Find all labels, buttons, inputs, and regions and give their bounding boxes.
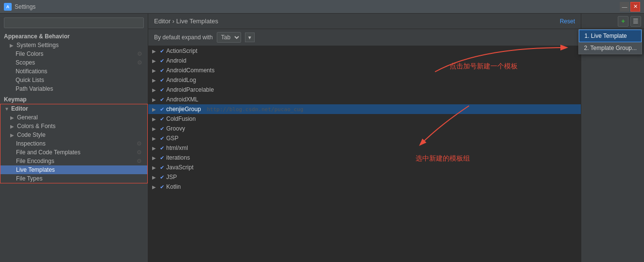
sidebar-item-scopes[interactable]: Scopes ⚙ [0,58,148,67]
template-item[interactable]: ▶✔iterations [148,153,581,163]
template-item[interactable]: ▶✔ActionScript [148,46,581,56]
template-name: chenjieGroup [166,106,201,113]
template-item[interactable]: ▶✔JavaScript [148,163,581,172]
checkbox-icon: ✔ [160,174,164,180]
dropdown-item-live-template[interactable]: 1. Live Template [579,30,642,42]
close-button[interactable]: ✕ [630,2,640,12]
file-encodings-icon: ⚙ [137,158,143,164]
template-item[interactable]: ▶✔GSP [148,133,581,143]
sidebar-item-file-colors[interactable]: File Colors ⚙ [0,49,148,58]
main-container: Appearance & Behavior ▶ System Settings … [0,14,644,262]
expand-triangle-icon: ▶ [152,155,158,161]
sidebar-item-editor[interactable]: ▼ Editor [0,104,147,113]
sidebar-item-file-encodings[interactable]: File Encodings ⚙ [0,157,147,165]
expand-triangle-icon: ▶ [152,175,158,180]
sidebar: Appearance & Behavior ▶ System Settings … [0,14,148,262]
list-icon-button[interactable]: ☰ [630,16,641,27]
file-colors-icon: ⚙ [137,50,144,57]
template-name: AndroidComments [166,67,214,74]
template-name: ColdFusion [166,115,196,122]
expand-triangle-icon: ▶ [152,136,158,141]
template-name: iterations [166,154,190,161]
dropdown-arrow-button[interactable]: ▼ [245,33,255,42]
checkbox-icon: ✔ [160,155,164,161]
expand-triangle-icon: ▶ [152,49,158,54]
sidebar-item-colors-fonts[interactable]: ▶ Colors & Fonts [0,122,147,131]
checkbox-icon: ✔ [160,184,164,190]
sidebar-item-file-types[interactable]: File Types [0,174,147,183]
template-item[interactable]: ▶✔AndroidLog [148,75,581,85]
template-item[interactable]: ▶✔Kotlin [148,182,581,192]
checkbox-icon: ✔ [160,145,164,151]
template-item[interactable]: ▶✔Groovy [148,124,581,133]
expand-triangle-icon: ▶ [152,107,158,112]
checkbox-icon: ✔ [160,48,164,54]
expand-triangle-icon: ▶ [152,184,158,190]
template-item[interactable]: ▶✔AndroidParcelable [148,85,581,95]
expand-triangle-icon: ▶ [152,87,158,93]
expand-triangle-icon: ▶ [152,78,158,83]
sidebar-item-quick-lists[interactable]: Quick Lists [0,76,148,84]
add-button[interactable]: + [618,16,628,27]
expand-triangle-icon: ▶ [152,116,158,122]
checkbox-icon: ✔ [160,67,164,74]
dropdown-item-template-group[interactable]: 2. Template Group... [579,42,642,54]
checkbox-icon: ✔ [160,97,164,103]
expand-triangle-icon: ▶ [152,126,158,131]
sidebar-item-general[interactable]: ▶ General [0,113,147,122]
breadcrumb: Editor › Live Templates [154,17,218,25]
sidebar-item-live-templates[interactable]: Live Templates [0,165,147,174]
sidebar-item-system-settings[interactable]: ▶ System Settings [0,41,148,49]
template-item[interactable]: ▶✔JSP [148,172,581,182]
scopes-icon: ⚙ [137,59,144,66]
code-style-arrow-icon: ▶ [10,132,16,138]
template-name: AndroidXML [166,96,198,103]
right-panel: + ☰ 1. Live Template 2. Template Group..… [581,14,644,262]
checkbox-icon: ✔ [160,77,164,83]
template-name: GSP [166,135,178,142]
checkbox-icon: ✔ [160,164,164,171]
search-bar [0,16,148,30]
checkbox-icon: ✔ [160,58,164,64]
editor-arrow-icon: ▼ [4,106,10,112]
checkbox-icon: ✔ [160,116,164,122]
sidebar-item-inspections[interactable]: Inspections ⚙ [0,139,147,148]
search-input[interactable] [4,17,144,28]
template-name: AndroidParcelable [166,86,214,93]
expand-triangle-icon: ▶ [152,58,158,64]
template-item[interactable]: ▶✔html/xml [148,143,581,153]
template-name: html/xml [166,145,188,151]
expand-triangle-icon: ▶ [152,165,158,170]
sidebar-item-file-code-templates[interactable]: File and Code Templates ⚙ [0,148,147,157]
template-url: http://blog.csdn.net/pucao_cug [207,106,303,113]
template-item[interactable]: ▶✔AndroidComments [148,66,581,75]
dropdown-menu: 1. Live Template 2. Template Group... [578,29,642,54]
expand-triangle-icon: ▶ [152,146,158,151]
expand-triangle-icon: ▶ [152,68,158,73]
sidebar-item-path-variables[interactable]: Path Variables [0,84,148,93]
minimize-button[interactable]: — [620,2,629,12]
sidebar-item-notifications[interactable]: Notifications [0,67,148,76]
reset-button[interactable]: Reset [560,18,575,25]
sidebar-item-code-style[interactable]: ▶ Code Style [0,131,147,139]
template-name: Kotlin [166,183,181,190]
checkbox-icon: ✔ [160,87,164,93]
file-code-templates-icon: ⚙ [137,149,143,156]
expand-with-select[interactable]: Tab [217,32,241,43]
template-name: Android [166,57,186,64]
template-item[interactable]: ▶✔ColdFusion [148,114,581,124]
template-item[interactable]: ▶✔Android [148,56,581,66]
template-name: Groovy [166,125,185,132]
checkbox-icon: ✔ [160,135,164,142]
expand-triangle-icon: ▶ [152,97,158,102]
app-icon: A [4,3,12,11]
inspections-icon: ⚙ [137,140,143,147]
template-item[interactable]: ▶✔chenjieGrouphttp://blog.csdn.net/pucao… [148,104,581,114]
template-name: ActionScript [166,48,197,54]
template-item[interactable]: ▶✔AndroidXML [148,95,581,104]
editor-section: ▼ Editor ▶ General ▶ Colors & Fonts ▶ Co… [0,104,148,183]
title-bar: A Settings — ✕ [0,0,644,14]
content-area: Editor › Live Templates Reset By default… [148,14,581,262]
colors-fonts-arrow-icon: ▶ [10,124,16,129]
content-header: Editor › Live Templates Reset [148,14,581,29]
